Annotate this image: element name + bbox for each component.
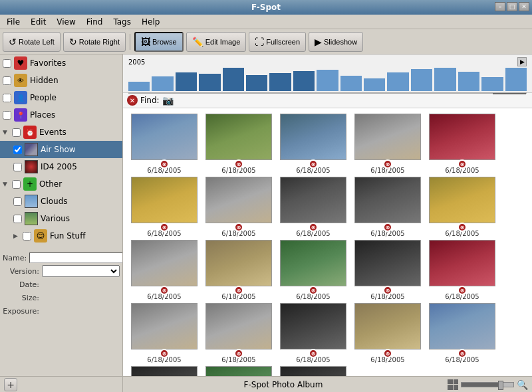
t-bar-9[interactable] [317, 70, 338, 91]
sidebar-item-id4[interactable]: ID4 2005 [0, 158, 122, 175]
photo-cell-19[interactable]: ⊗6/18/2005 [426, 303, 498, 363]
photo-thumb-17[interactable] [280, 303, 346, 349]
timeline-scroll-thumb[interactable] [493, 93, 526, 94]
sidebar-item-events[interactable]: ▼ ⏰ Events [0, 124, 122, 141]
photo-cell-18[interactable]: ⊗6/18/2005 [352, 303, 424, 363]
menu-file[interactable]: File [3, 17, 24, 27]
sidebar-item-hidden[interactable]: 👁 Hidden [0, 72, 122, 89]
zoom-handle[interactable] [498, 381, 503, 390]
sidebar-item-funstuff[interactable]: ▶ 😊 Fun Stuff [0, 227, 122, 245]
rotate-left-button[interactable]: ↺ Rotate Left [3, 32, 61, 52]
photo-thumb-21[interactable] [205, 366, 272, 376]
other-expand-arrow[interactable]: ▼ [3, 181, 9, 187]
t-bar-3[interactable] [176, 72, 197, 91]
photo-thumb-14[interactable] [429, 240, 495, 286]
t-bar-14[interactable] [434, 68, 456, 91]
clouds-checkbox[interactable] [13, 197, 22, 206]
id4-checkbox[interactable] [13, 163, 22, 171]
browse-button[interactable]: 🖼 Browse [134, 32, 184, 52]
photo-cell-7[interactable]: ⊗6/18/2005 [277, 177, 349, 237]
photo-thumb-12[interactable] [280, 240, 346, 286]
t-bar-5[interactable] [223, 68, 244, 91]
slideshow-button[interactable]: ▶ Slideshow [309, 32, 363, 52]
photo-cell-20[interactable]: ⊗6/18/2005 [128, 366, 200, 376]
t-bar-6[interactable] [246, 75, 267, 91]
t-bar-10[interactable] [340, 76, 362, 91]
photo-cell-15[interactable]: ⊗6/18/2005 [128, 303, 200, 363]
t-bar-12[interactable] [387, 72, 408, 91]
photo-thumb-22[interactable] [280, 366, 346, 376]
sidebar-item-other[interactable]: ▼ + Other [0, 175, 122, 193]
photo-thumb-0[interactable] [131, 114, 198, 160]
photo-cell-1[interactable]: ⊗6/18/2005 [203, 114, 275, 174]
rotate-right-button[interactable]: ↻ Rotate Right [63, 32, 126, 52]
find-stop-button[interactable]: ✕ [127, 95, 138, 106]
hidden-checkbox[interactable] [3, 76, 11, 85]
favorites-checkbox[interactable] [3, 59, 11, 68]
t-bar-1[interactable] [128, 82, 150, 91]
various-checkbox[interactable] [13, 215, 22, 223]
close-button[interactable]: ✕ [519, 2, 529, 11]
other-checkbox[interactable] [12, 180, 21, 189]
photo-cell-17[interactable]: ⊗6/18/2005 [277, 303, 349, 363]
menu-view[interactable]: View [53, 17, 79, 27]
photo-cell-12[interactable]: ⊗6/18/2005 [277, 240, 349, 300]
photo-thumb-16[interactable] [205, 303, 272, 349]
places-checkbox[interactable] [3, 111, 11, 120]
t-bar-17[interactable] [505, 68, 527, 91]
sidebar-item-airshow[interactable]: Air Show [0, 141, 122, 158]
people-checkbox[interactable] [3, 94, 11, 102]
photo-cell-0[interactable]: ⊗6/18/2005 [128, 114, 200, 174]
menu-tags[interactable]: Tags [109, 17, 135, 27]
photo-thumb-13[interactable] [354, 240, 421, 286]
photo-thumb-5[interactable] [131, 177, 198, 223]
photo-cell-9[interactable]: ⊗6/18/2005 [426, 177, 498, 237]
menu-find[interactable]: Find [82, 17, 107, 27]
t-bar-11[interactable] [364, 78, 385, 91]
sidebar-item-people[interactable]: 👤 People [0, 89, 122, 106]
version-select[interactable] [42, 265, 120, 277]
add-button[interactable]: + [4, 378, 17, 391]
photo-cell-8[interactable]: ⊗6/18/2005 [352, 177, 424, 237]
photo-cell-10[interactable]: ⊗6/18/2005 [128, 240, 200, 300]
photo-cell-16[interactable]: ⊗6/18/2005 [203, 303, 275, 363]
photo-cell-21[interactable]: ⊗6/18/2005 [203, 366, 275, 376]
events-expand-arrow[interactable]: ▼ [3, 129, 9, 136]
photo-cell-13[interactable]: ⊗6/18/2005 [352, 240, 424, 300]
photo-thumb-10[interactable] [131, 240, 198, 286]
t-bar-13[interactable] [411, 69, 432, 91]
maximize-button[interactable]: □ [507, 2, 517, 11]
t-bar-2[interactable] [152, 76, 173, 91]
photo-cell-3[interactable]: ⊗6/18/2005 [352, 114, 424, 174]
sidebar-item-various[interactable]: Various [0, 210, 122, 227]
photo-cell-14[interactable]: ⊗6/18/2005 [426, 240, 498, 300]
photo-thumb-1[interactable] [205, 114, 272, 160]
photo-thumb-3[interactable] [354, 114, 421, 160]
name-input[interactable] [29, 252, 123, 263]
t-bar-8[interactable] [293, 71, 315, 91]
sidebar-item-clouds[interactable]: Clouds [0, 193, 122, 210]
photo-thumb-7[interactable] [280, 177, 346, 223]
photo-cell-4[interactable]: ⊗6/18/2005 [426, 114, 498, 174]
sidebar-item-favorites[interactable]: ♥ Favorites [0, 54, 122, 72]
photo-cell-5[interactable]: ⊗6/18/2005 [128, 177, 200, 237]
minimize-button[interactable]: – [495, 2, 505, 11]
funstuff-expand-arrow[interactable]: ▶ [13, 233, 20, 239]
menu-help[interactable]: Help [138, 17, 164, 27]
photo-cell-11[interactable]: ⊗6/18/2005 [203, 240, 275, 300]
airshow-checkbox[interactable] [13, 146, 22, 154]
photo-thumb-6[interactable] [205, 177, 272, 223]
photo-cell-22[interactable]: ⊗6/18/2005 [277, 366, 349, 376]
photo-thumb-4[interactable] [429, 114, 495, 160]
timeline-right-arrow[interactable]: ▶ [517, 57, 527, 66]
photo-thumb-18[interactable] [354, 303, 421, 349]
timeline[interactable]: 2005 ▶ [123, 54, 532, 93]
photo-thumb-20[interactable] [131, 366, 198, 376]
photo-thumb-19[interactable] [429, 303, 495, 349]
photo-thumb-11[interactable] [205, 240, 272, 286]
edit-image-button[interactable]: ✏️ Edit Image [186, 32, 247, 52]
photo-grid[interactable]: ⊗6/18/2005⊗6/18/2005⊗6/18/2005⊗6/18/2005… [123, 108, 532, 376]
t-bar-15[interactable] [458, 72, 479, 91]
timeline-scrollbar[interactable] [128, 92, 527, 94]
t-bar-16[interactable] [481, 77, 503, 91]
